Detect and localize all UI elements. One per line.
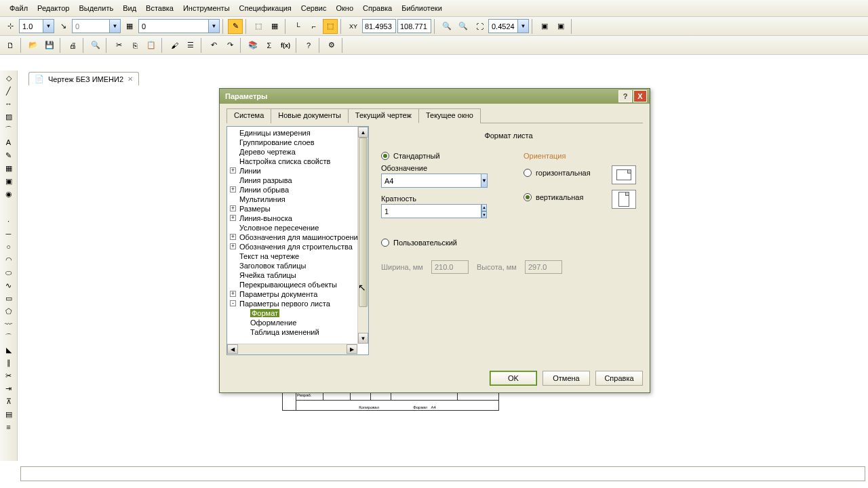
tree-item[interactable]: -Параметры первого листа xyxy=(227,299,357,308)
zoom-in-icon[interactable]: 🔍 xyxy=(439,19,454,34)
tool-chamfer-icon[interactable]: ◣ xyxy=(2,344,16,356)
paste-icon[interactable]: 📋 xyxy=(144,38,159,53)
tool-spline-icon[interactable]: ∿ xyxy=(2,279,16,291)
coord-y-input[interactable] xyxy=(397,19,431,33)
expand-icon[interactable]: + xyxy=(230,205,236,211)
tool-bezier-icon[interactable]: 〰 xyxy=(2,318,16,330)
cancel-button[interactable]: Отмена xyxy=(542,371,590,386)
radio-custom-input[interactable] xyxy=(381,239,389,247)
multiplicity-spinner[interactable]: ▲▼ xyxy=(381,204,429,218)
expand-icon[interactable]: + xyxy=(230,291,236,297)
tree-item[interactable]: Группирование слоев xyxy=(227,138,357,147)
tree-item[interactable]: Оформление xyxy=(227,318,357,327)
brush-icon[interactable]: 🖌 xyxy=(167,38,182,53)
menu-view[interactable]: Вид xyxy=(119,2,140,14)
tool-arc-icon[interactable]: ⌒ xyxy=(2,123,16,136)
tree-item[interactable]: +Линии xyxy=(227,166,357,176)
tab-newdocs[interactable]: Новые документы xyxy=(271,108,349,123)
var-icon[interactable]: Σ xyxy=(262,38,277,53)
tree-item[interactable]: Формат xyxy=(227,308,357,318)
menu-tools[interactable]: Инструменты xyxy=(179,2,234,14)
print-icon[interactable]: 🖨 xyxy=(65,38,80,53)
radio-horizontal[interactable]: горизонтальная xyxy=(524,169,605,177)
menu-spec[interactable]: Спецификация xyxy=(235,2,296,14)
round-icon[interactable]: ⌐ xyxy=(307,19,321,34)
tree-item[interactable]: Заголовок таблицы xyxy=(227,261,357,270)
param-icon[interactable]: ⬚ xyxy=(323,19,338,34)
tree-item[interactable]: +Параметры документа xyxy=(227,289,357,299)
scale-select[interactable]: 1.0▼ xyxy=(19,19,54,33)
tree-item[interactable]: +Обозначения для строительства xyxy=(227,242,357,251)
tool-hatch-icon[interactable]: ▨ xyxy=(2,110,16,123)
open-icon[interactable]: 📂 xyxy=(26,38,41,53)
radio-horizontal-input[interactable] xyxy=(524,169,532,177)
coord-x-input[interactable] xyxy=(362,19,396,33)
close-icon[interactable]: ✕ xyxy=(127,75,133,83)
expand-icon[interactable]: + xyxy=(230,186,236,192)
grid-icon[interactable]: ▦ xyxy=(267,19,282,34)
tab-system[interactable]: Система xyxy=(226,108,271,123)
tool-rect-icon[interactable]: ▭ xyxy=(2,292,16,304)
zoom-fit-icon[interactable]: ⛶ xyxy=(472,19,487,34)
spin-down-icon[interactable]: ▼ xyxy=(481,211,487,219)
scroll-thumb[interactable] xyxy=(359,138,368,307)
scroll-left-icon[interactable]: ◀ xyxy=(227,344,238,354)
scroll-up-icon[interactable]: ▲ xyxy=(358,127,368,138)
chevron-down-icon[interactable]: ▼ xyxy=(481,174,488,188)
tree-item[interactable]: Мультилиния xyxy=(227,195,357,204)
tool-fillet-icon[interactable]: ⌒ xyxy=(2,331,16,343)
tool-ellipse-icon[interactable]: ⬭ xyxy=(2,266,16,279)
ok-button[interactable]: OK xyxy=(490,371,537,386)
tree-item[interactable]: Текст на чертеже xyxy=(227,251,357,261)
tool-table-icon[interactable]: ▦ xyxy=(2,162,16,174)
menu-select[interactable]: Выделить xyxy=(75,2,117,14)
local-cs-icon[interactable]: └ xyxy=(290,19,305,34)
tree-item[interactable]: +Обозначения для машиностроения xyxy=(227,232,357,242)
menu-file[interactable]: Файл xyxy=(5,2,32,14)
lib-icon[interactable]: 📚 xyxy=(245,38,260,53)
menu-edit[interactable]: Редактор xyxy=(33,2,73,14)
help-button[interactable]: Справка xyxy=(595,371,643,386)
tree-item[interactable]: Перекрывающиеся объекты xyxy=(227,280,357,289)
tool-view-icon[interactable]: ▣ xyxy=(2,175,16,187)
cut-icon[interactable]: ✂ xyxy=(111,38,126,53)
props-icon[interactable]: ☰ xyxy=(183,38,198,53)
window2-icon[interactable]: ▣ xyxy=(553,19,568,34)
redo-icon[interactable]: ↷ xyxy=(222,38,237,53)
tool-hatch2-icon[interactable]: ▤ xyxy=(2,408,16,420)
undo-icon[interactable]: ↶ xyxy=(206,38,221,53)
preview-icon[interactable]: 🔍 xyxy=(88,38,103,53)
tree-item[interactable]: Условное пересечение xyxy=(227,223,357,232)
scroll-right-icon[interactable]: ▶ xyxy=(347,344,357,354)
layer-icon[interactable]: ▦ xyxy=(122,19,137,34)
tool-assoc-icon[interactable]: ◉ xyxy=(2,188,16,200)
tool-extend-icon[interactable]: ⇥ xyxy=(2,382,16,394)
expand-icon[interactable]: + xyxy=(230,167,236,174)
scroll-down-icon[interactable]: ▼ xyxy=(358,333,368,344)
step-icon[interactable]: ↘ xyxy=(56,19,71,34)
tool-geometry-icon[interactable]: ◇ xyxy=(2,72,16,84)
tab-current-window[interactable]: Текущее окно xyxy=(418,108,481,123)
menu-libraries[interactable]: Библиотеки xyxy=(397,2,446,14)
tree-item[interactable]: Настройка списка свойств xyxy=(227,157,357,166)
dialog-titlebar[interactable]: Параметры ? X xyxy=(220,89,650,104)
tool-arc2-icon[interactable]: ◠ xyxy=(2,253,16,266)
tree-item[interactable]: +Линии обрыва xyxy=(227,185,357,195)
designation-combo[interactable]: ▼ xyxy=(381,174,429,188)
menu-help[interactable]: Справка xyxy=(359,2,396,14)
whatsthis-icon[interactable]: ? xyxy=(301,38,316,53)
xy-icon[interactable]: XY xyxy=(346,19,361,34)
collapse-icon[interactable]: - xyxy=(230,300,236,306)
tool-offset-icon[interactable]: ∥ xyxy=(2,357,16,369)
ortho-icon[interactable]: ⬚ xyxy=(251,19,266,34)
tree-item[interactable]: Таблица изменений xyxy=(227,327,357,337)
spin-up-icon[interactable]: ▲ xyxy=(481,204,487,211)
save-icon[interactable]: 💾 xyxy=(42,38,57,53)
expand-icon[interactable]: + xyxy=(230,215,236,221)
dialog-help-icon[interactable]: ? xyxy=(618,90,632,102)
expand-icon[interactable]: + xyxy=(230,234,236,240)
fx-icon[interactable]: f(x) xyxy=(278,38,293,53)
tree-hscroll[interactable]: ◀ ▶ xyxy=(227,344,357,354)
tab-current-drawing[interactable]: Текущий чертеж xyxy=(348,108,419,123)
expand-icon[interactable]: + xyxy=(230,243,236,249)
